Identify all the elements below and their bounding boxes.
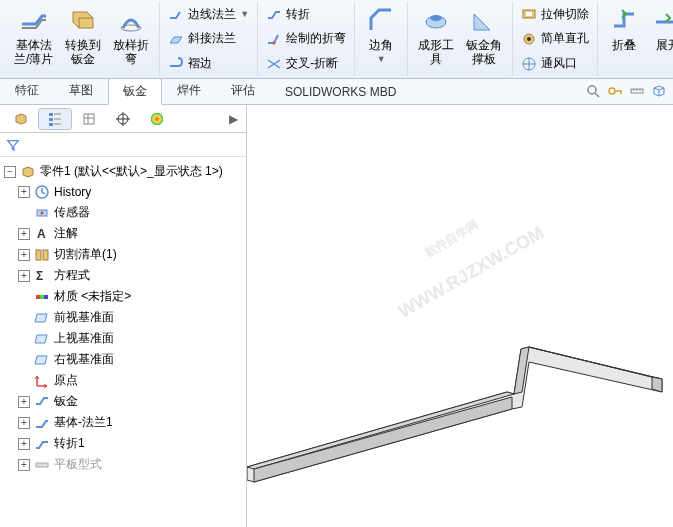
filter-icon[interactable]	[6, 138, 20, 152]
unfold-button[interactable]: 展开	[646, 2, 673, 68]
tree-equation-label: 方程式	[54, 267, 90, 284]
tab-weldment[interactable]: 焊件	[162, 77, 216, 104]
hem-button[interactable]: 褶边	[164, 53, 253, 74]
expand-icon[interactable]: +	[18, 249, 30, 261]
expand-icon[interactable]: +	[18, 438, 30, 450]
vent-icon	[521, 56, 537, 72]
tab-sheetmetal[interactable]: 钣金	[108, 78, 162, 105]
sketched-bend-button[interactable]: 绘制的折弯	[262, 28, 350, 49]
extrude-cut-icon	[521, 6, 537, 22]
panel-btn-part[interactable]	[4, 108, 38, 130]
search-icon[interactable]	[585, 83, 601, 99]
model-geometry	[247, 217, 673, 497]
expand-icon[interactable]: +	[18, 228, 30, 240]
key-icon[interactable]	[607, 83, 623, 99]
tree-sensor[interactable]: 传感器	[2, 202, 244, 223]
svg-point-21	[41, 211, 44, 214]
panel-btn-tree[interactable]	[38, 108, 72, 130]
edge-flange-icon	[168, 6, 184, 22]
tree-jog1[interactable]: +转折1	[2, 433, 244, 454]
corner-button[interactable]: 边角 ▼	[359, 2, 403, 68]
tree-flatpattern-label: 平板型式	[54, 456, 102, 473]
extrude-cut-button[interactable]: 拉伸切除	[517, 4, 593, 25]
vent-button[interactable]: 通风口	[517, 53, 593, 74]
tree-sheetmetal[interactable]: +钣金	[2, 391, 244, 412]
panel-btn-appear[interactable]	[140, 108, 174, 130]
expand-icon[interactable]: +	[18, 270, 30, 282]
config-icon	[81, 111, 97, 127]
cross-break-label: 交叉-折断	[286, 55, 338, 72]
tree-root[interactable]: −零件1 (默认<<默认>_显示状态 1>)	[2, 161, 244, 182]
tree-top[interactable]: 上视基准面	[2, 328, 244, 349]
svg-rect-15	[84, 114, 94, 124]
sketched-bend-icon	[266, 31, 282, 47]
convert-button[interactable]: 转换到 钣金	[59, 2, 107, 68]
simple-hole-button[interactable]: 简单直孔	[517, 28, 593, 49]
tree-baseflange1[interactable]: +基体-法兰1	[2, 412, 244, 433]
expand-icon[interactable]: +	[18, 186, 30, 198]
forming-button[interactable]: 成形工 具	[412, 2, 460, 68]
tree-anno[interactable]: +A注解	[2, 223, 244, 244]
miter-flange-label: 斜接法兰	[188, 30, 236, 47]
crosshair-icon	[115, 111, 131, 127]
tree-origin[interactable]: 原点	[2, 370, 244, 391]
tree-history[interactable]: +History	[2, 182, 244, 202]
tree-root-label: 零件1 (默认<<默认>_显示状态 1>)	[40, 163, 223, 180]
svg-point-3	[430, 15, 442, 21]
base-flange-button[interactable]: 基体法 兰/薄片	[8, 2, 59, 68]
svg-point-1	[273, 41, 276, 44]
viewport[interactable]: 软件自学网WWW.RJZXW.COM	[247, 105, 673, 527]
tree-front[interactable]: 前视基准面	[2, 307, 244, 328]
plane-icon	[34, 310, 50, 326]
tree-sensor-label: 传感器	[54, 204, 90, 221]
cutlist-icon	[34, 247, 50, 263]
panel-expand-icon[interactable]: ▶	[229, 112, 238, 126]
miter-flange-button[interactable]: 斜接法兰	[164, 28, 253, 49]
jog-button[interactable]: 转折	[262, 4, 350, 25]
miter-flange-icon	[168, 31, 184, 47]
fold-button[interactable]: 折叠	[602, 2, 646, 68]
tree-jog1-label: 转折1	[54, 435, 85, 452]
tab-feature[interactable]: 特征	[0, 77, 54, 104]
anno-icon: A	[34, 226, 50, 242]
ruler-icon[interactable]	[629, 83, 645, 99]
tree-right[interactable]: 右视基准面	[2, 349, 244, 370]
vent-label: 通风口	[541, 55, 577, 72]
jog-label: 转折	[286, 6, 310, 23]
tree-equation[interactable]: +Σ方程式	[2, 265, 244, 286]
jog-feat-icon	[34, 436, 50, 452]
unfold-label: 展开	[656, 38, 673, 52]
tab-sketch[interactable]: 草图	[54, 77, 108, 104]
gusset-label: 钣金角 撑板	[466, 38, 502, 66]
panel-btn-config[interactable]	[72, 108, 106, 130]
simple-hole-icon	[521, 31, 537, 47]
expand-icon[interactable]: +	[18, 459, 30, 471]
svg-point-7	[527, 37, 531, 41]
tree-material[interactable]: 材质 <未指定>	[2, 286, 244, 307]
expand-icon[interactable]: +	[18, 396, 30, 408]
expand-icon[interactable]: +	[18, 417, 30, 429]
sensor-icon	[34, 205, 50, 221]
convert-icon	[67, 4, 99, 36]
tab-evaluate[interactable]: 评估	[216, 77, 270, 104]
svg-rect-29	[36, 463, 48, 467]
part-icon	[13, 111, 29, 127]
base-flange-label: 基体法 兰/薄片	[14, 38, 53, 66]
svg-text:Σ: Σ	[36, 269, 43, 283]
fold-icon	[608, 4, 640, 36]
baseflange-icon	[34, 415, 50, 431]
collapse-icon[interactable]: −	[4, 166, 16, 178]
hem-label: 褶边	[188, 55, 212, 72]
svg-rect-26	[36, 295, 40, 299]
simple-hole-label: 简单直孔	[541, 30, 589, 47]
history-icon	[34, 184, 50, 200]
edge-flange-button[interactable]: 边线法兰▼	[164, 4, 253, 25]
tab-mbd[interactable]: SOLIDWORKS MBD	[270, 80, 411, 104]
loft-bend-button[interactable]: 放样折 弯	[107, 2, 155, 68]
panel-btn-dim[interactable]	[106, 108, 140, 130]
gusset-button[interactable]: 钣金角 撑板	[460, 2, 508, 68]
tree-flatpattern[interactable]: +平板型式	[2, 454, 244, 475]
cross-break-button[interactable]: 交叉-折断	[262, 53, 350, 74]
box-icon[interactable]	[651, 83, 667, 99]
tree-cutlist[interactable]: +切割清单(1)	[2, 244, 244, 265]
